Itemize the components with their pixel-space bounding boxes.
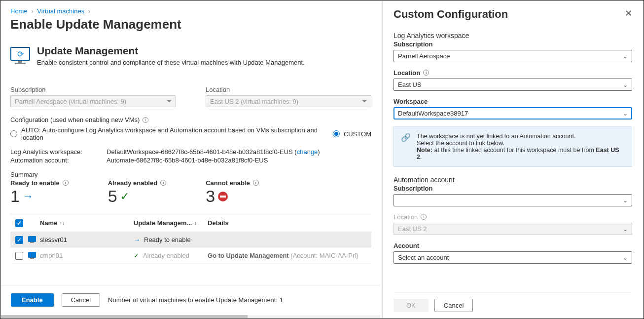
panel-location-label: Location	[394, 69, 420, 77]
chevron-down-icon: ⌄	[623, 197, 628, 204]
location-select[interactable]: East US 2 (virtual machines: 9)	[206, 95, 371, 107]
radio-auto-label: AUTO: Auto-configure Log Analytics works…	[21, 126, 321, 141]
row-checkbox[interactable]	[15, 252, 23, 260]
panel-account-select[interactable]: Select an account ⌄	[394, 251, 632, 264]
vm-status: Ready to enable	[144, 236, 191, 243]
vm-icon	[28, 252, 36, 258]
cannot-enable-label: Cannot enable	[206, 179, 250, 187]
panel-subscription-select[interactable]: Parnell Aerospace ⌄	[394, 50, 632, 62]
automation-account-section: Automation account	[394, 176, 632, 184]
vm-name: slessvr01	[40, 236, 134, 243]
vm-name: cmpri01	[40, 252, 134, 259]
log-analytics-workspace-value: DefaultWorkspace-68627f8c-65b8-4601-b48e…	[107, 148, 293, 156]
cannot-enable-count: 3	[206, 187, 215, 206]
banner-line-3: Note: at this time linked account for th…	[417, 147, 625, 160]
update-management-icon: ⟳	[10, 47, 30, 65]
row-checkbox[interactable]	[15, 236, 23, 244]
vm-table: Name ↑↓ Update Managem... ↑↓ Details sle…	[10, 214, 371, 264]
col-details-header[interactable]: Details	[208, 219, 229, 227]
location-value: East US 2 (virtual machines: 9)	[210, 98, 298, 105]
automation-account-value: Automate-68627f8c-65b8-4601-b48e-b032a81…	[107, 157, 268, 164]
panel-location-value: East US	[398, 81, 422, 88]
sort-icon[interactable]: ↑↓	[194, 220, 199, 226]
info-icon[interactable]: i	[63, 180, 69, 186]
hero-title: Update Management	[37, 45, 305, 57]
panel-account-value: Select an account	[398, 254, 449, 261]
hero-subtitle: Enable consistent control and compliance…	[37, 59, 305, 66]
info-icon[interactable]: i	[143, 117, 148, 123]
breadcrumb: Home › Virtual machines ›	[10, 7, 371, 15]
stop-icon	[218, 192, 228, 201]
page-title: Enable Update Management	[10, 17, 371, 32]
banner-line-1: The workspace is not yet linked to an Au…	[417, 133, 625, 140]
panel-aa-subscription-select[interactable]: ⌄	[394, 194, 632, 206]
subscription-value: Parnell Aerospace (virtual machines: 9)	[15, 98, 126, 105]
chevron-down-icon: ⌄	[623, 254, 628, 261]
panel-account-label: Account	[394, 242, 632, 249]
info-icon[interactable]: i	[423, 70, 429, 76]
col-name-header[interactable]: Name	[40, 219, 57, 227]
enable-button[interactable]: Enable	[11, 293, 54, 307]
breadcrumb-virtual-machines[interactable]: Virtual machines	[37, 7, 84, 15]
location-label: Location	[206, 86, 371, 93]
panel-aa-location-label: Location	[394, 213, 418, 221]
horizontal-scrollbar[interactable]	[1, 315, 380, 318]
ready-to-enable-count: 1	[10, 187, 20, 206]
checkmark-icon: ✓	[134, 252, 139, 259]
panel-workspace-value: DefaultWorkspace38917	[398, 110, 468, 117]
info-icon[interactable]: i	[160, 180, 166, 186]
chevron-down-icon: ⌄	[623, 81, 628, 88]
select-all-checkbox[interactable]	[15, 219, 23, 227]
log-analytics-workspace-label: Log Analytics workspace:	[10, 148, 107, 156]
footer-count-text: Number of virtual machines to enable Upd…	[108, 296, 283, 304]
info-icon[interactable]: i	[253, 180, 259, 186]
panel-subscription-value: Parnell Aerospace	[398, 52, 450, 60]
info-icon[interactable]: i	[421, 214, 427, 220]
go-to-update-management-link[interactable]: Go to Update Management	[208, 252, 289, 259]
chevron-down-icon: ⌄	[623, 110, 628, 117]
arrow-right-icon: →	[23, 190, 34, 203]
ok-button: OK	[394, 299, 429, 312]
log-analytics-workspace-section: Log Analytics workspace	[394, 32, 632, 40]
custom-configuration-panel: Custom Configuration ✕ Log Analytics wor…	[382, 1, 643, 318]
panel-location-select[interactable]: East US ⌄	[394, 79, 632, 91]
panel-aa-location-value: East US 2	[398, 225, 427, 233]
chevron-down-icon: ⌄	[623, 53, 628, 60]
panel-title: Custom Configuration	[394, 8, 508, 21]
chevron-down-icon: ⌄	[623, 226, 628, 233]
panel-subscription-label: Subscription	[394, 40, 632, 48]
automation-account-label: Automation account:	[10, 157, 107, 164]
panel-workspace-select[interactable]: DefaultWorkspace38917 ⌄	[394, 107, 632, 120]
cancel-button[interactable]: Cancel	[62, 293, 100, 307]
arrow-right-icon: →	[134, 236, 140, 243]
close-icon[interactable]: ✕	[625, 8, 632, 19]
panel-aa-location-select: East US 2 ⌄	[394, 223, 632, 235]
checkmark-icon: ✓	[120, 190, 129, 203]
col-update-management-header[interactable]: Update Managem...	[134, 219, 192, 227]
vm-details-sub: (Account: MAIC-AA-Pri)	[290, 252, 358, 259]
table-row[interactable]: cmpri01 ✓Already enabled Go to Update Ma…	[10, 248, 371, 264]
sort-icon[interactable]: ↑↓	[59, 220, 65, 226]
info-banner: 🔗 The workspace is not yet linked to an …	[394, 126, 632, 167]
panel-aa-subscription-label: Subscription	[394, 185, 632, 192]
banner-line-2: Select the account to link below.	[417, 140, 625, 147]
table-row[interactable]: slessvr01 →Ready to enable	[10, 232, 371, 248]
configuration-label: Configuration (used when enabling new VM…	[10, 116, 140, 123]
panel-cancel-button[interactable]: Cancel	[434, 299, 473, 312]
summary-title: Summary	[10, 171, 371, 178]
radio-custom-label: CUSTOM	[344, 130, 371, 138]
radio-custom[interactable]	[333, 130, 340, 137]
subscription-select[interactable]: Parnell Aerospace (virtual machines: 9)	[10, 95, 176, 107]
vm-icon	[28, 236, 36, 242]
chevron-right-icon: ›	[31, 7, 33, 15]
change-link[interactable]: change	[297, 148, 318, 156]
already-enabled-count: 5	[108, 187, 117, 206]
link-icon: 🔗	[401, 133, 411, 160]
already-enabled-label: Already enabled	[108, 179, 157, 187]
breadcrumb-home[interactable]: Home	[10, 7, 28, 15]
subscription-label: Subscription	[10, 86, 176, 93]
chevron-right-icon: ›	[88, 7, 90, 15]
radio-auto[interactable]	[10, 130, 17, 137]
footer-bar: Enable Cancel Number of virtual machines…	[1, 285, 380, 315]
vm-status: Already enabled	[143, 252, 189, 259]
